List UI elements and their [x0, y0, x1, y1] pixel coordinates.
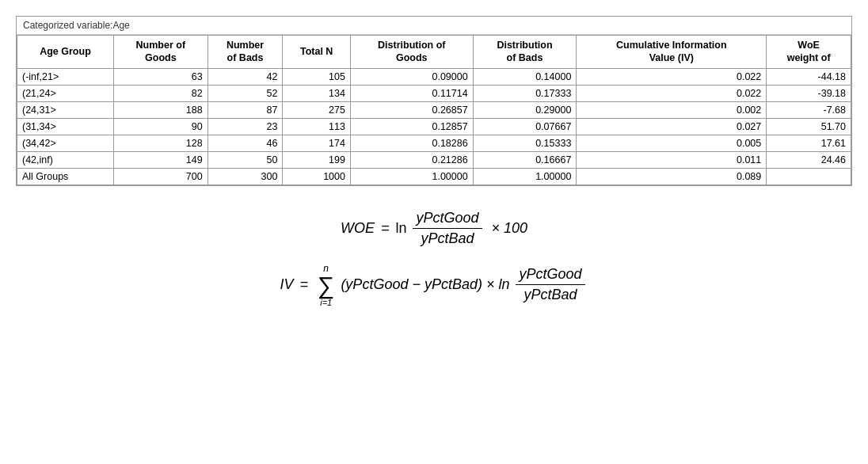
cell-num_bads: 50 [207, 151, 283, 168]
cell-dist_goods: 0.26857 [350, 101, 473, 118]
cell-total_n: 113 [283, 118, 351, 135]
cell-age_group: (21,24> [17, 85, 114, 101]
total-cell-dist_bads: 1.00000 [473, 168, 577, 184]
col-header-dist-goods: Distribution ofGoods [350, 36, 473, 69]
col-header-num-bads: Numberof Bads [207, 36, 283, 69]
cell-age_group: (42,inf) [17, 151, 114, 168]
cell-cum_iv: 0.022 [577, 68, 767, 85]
iv-lhs: IV [280, 276, 293, 293]
table-row: (42,inf)149501990.212860.166670.01124.46 [17, 151, 851, 168]
cell-woe: 24.46 [767, 151, 851, 168]
cell-cum_iv: 0.005 [577, 135, 767, 151]
col-header-cum-iv: Cumulative InformationValue (IV) [577, 36, 767, 69]
total-cell-age_group: All Groups [17, 168, 114, 184]
cell-total_n: 174 [283, 135, 351, 151]
formulas-section: WOE = ln yPctGood yPctBad × 100 IV = n ∑… [16, 210, 852, 307]
cell-num_bads: 87 [207, 101, 283, 118]
cell-age_group: (24,31> [17, 101, 114, 118]
woe-fraction: yPctGood yPctBad [413, 210, 482, 247]
cell-dist_bads: 0.07667 [473, 118, 577, 135]
iv-denominator: yPctBad [520, 285, 580, 303]
table-row: (24,31>188872750.268570.290000.002-7.68 [17, 101, 851, 118]
woe-ln: ln [395, 220, 406, 237]
data-table: Age Group Number ofGoods Numberof Bads T… [17, 35, 851, 185]
total-cell-woe [767, 168, 851, 184]
col-header-total-n: Total N [283, 36, 351, 69]
cell-woe: 51.70 [767, 118, 851, 135]
cell-woe: 17.61 [767, 135, 851, 151]
formula-iv: IV = n ∑ i=1 (yPctGood − yPctBad) × ln y… [280, 263, 588, 307]
table-body: (-inf,21>63421050.090000.140000.022-44.1… [17, 68, 851, 184]
cell-num_goods: 90 [113, 118, 207, 135]
cell-cum_iv: 0.022 [577, 85, 767, 101]
total-cell-cum_iv: 0.089 [577, 168, 767, 184]
woe-numerator: yPctGood [413, 210, 482, 229]
col-header-age-group: Age Group [17, 36, 114, 69]
iv-equals: = [299, 276, 308, 293]
cell-dist_bads: 0.29000 [473, 101, 577, 118]
col-header-dist-bads: Distributionof Bads [473, 36, 577, 69]
cell-woe: -44.18 [767, 68, 851, 85]
iv-sum-bottom: i=1 [320, 298, 332, 307]
cell-woe: -39.18 [767, 85, 851, 101]
iv-body: (yPctGood − yPctBad) × ln [341, 276, 509, 293]
table-row: (34,42>128461740.182860.153330.00517.61 [17, 135, 851, 151]
cell-age_group: (34,42> [17, 135, 114, 151]
cell-total_n: 275 [283, 101, 351, 118]
table-row: (-inf,21>63421050.090000.140000.022-44.1… [17, 68, 851, 85]
cell-total_n: 199 [283, 151, 351, 168]
table-row: (21,24>82521340.117140.173330.022-39.18 [17, 85, 851, 101]
table-title: Categorized variable:Age [17, 17, 851, 35]
woe-equals: = [381, 220, 390, 237]
col-header-woe: WoEweight of [767, 36, 851, 69]
total-cell-num_goods: 700 [113, 168, 207, 184]
iv-sum-sigma: ∑ [318, 274, 334, 298]
cell-num_goods: 149 [113, 151, 207, 168]
formula-woe: WOE = ln yPctGood yPctBad × 100 [341, 210, 527, 247]
woe-times: × 100 [492, 220, 528, 237]
cell-num_goods: 128 [113, 135, 207, 151]
cell-num_goods: 63 [113, 68, 207, 85]
cell-dist_bads: 0.17333 [473, 85, 577, 101]
cell-dist_goods: 0.21286 [350, 151, 473, 168]
col-header-num-goods: Number ofGoods [113, 36, 207, 69]
cell-num_bads: 23 [207, 118, 283, 135]
total-cell-num_bads: 300 [207, 168, 283, 184]
table-total-row: All Groups70030010001.000001.000000.089 [17, 168, 851, 184]
iv-numerator: yPctGood [516, 266, 584, 285]
cell-cum_iv: 0.011 [577, 151, 767, 168]
cell-dist_goods: 0.09000 [350, 68, 473, 85]
cell-age_group: (31,34> [17, 118, 114, 135]
woe-denominator: yPctBad [417, 229, 477, 247]
cell-cum_iv: 0.002 [577, 101, 767, 118]
total-cell-dist_goods: 1.00000 [350, 168, 473, 184]
cell-num_goods: 82 [113, 85, 207, 101]
cell-num_goods: 188 [113, 101, 207, 118]
cell-dist_bads: 0.15333 [473, 135, 577, 151]
cell-num_bads: 42 [207, 68, 283, 85]
cell-dist_goods: 0.12857 [350, 118, 473, 135]
cell-num_bads: 52 [207, 85, 283, 101]
iv-sum-wrapper: n ∑ i=1 [318, 263, 334, 307]
cell-dist_goods: 0.18286 [350, 135, 473, 151]
table-row: (31,34>90231130.128570.076670.02751.70 [17, 118, 851, 135]
cell-total_n: 134 [283, 85, 351, 101]
cell-age_group: (-inf,21> [17, 68, 114, 85]
main-container: Categorized variable:Age Age Group Numbe… [16, 16, 852, 307]
cell-dist_goods: 0.11714 [350, 85, 473, 101]
cell-cum_iv: 0.027 [577, 118, 767, 135]
iv-fraction: yPctGood yPctBad [516, 266, 584, 303]
cell-dist_bads: 0.14000 [473, 68, 577, 85]
data-table-wrapper: Categorized variable:Age Age Group Numbe… [16, 16, 852, 186]
cell-dist_bads: 0.16667 [473, 151, 577, 168]
cell-total_n: 105 [283, 68, 351, 85]
table-header-row: Age Group Number ofGoods Numberof Bads T… [17, 36, 851, 69]
cell-woe: -7.68 [767, 101, 851, 118]
woe-lhs: WOE [341, 220, 375, 237]
total-cell-total_n: 1000 [283, 168, 351, 184]
cell-num_bads: 46 [207, 135, 283, 151]
